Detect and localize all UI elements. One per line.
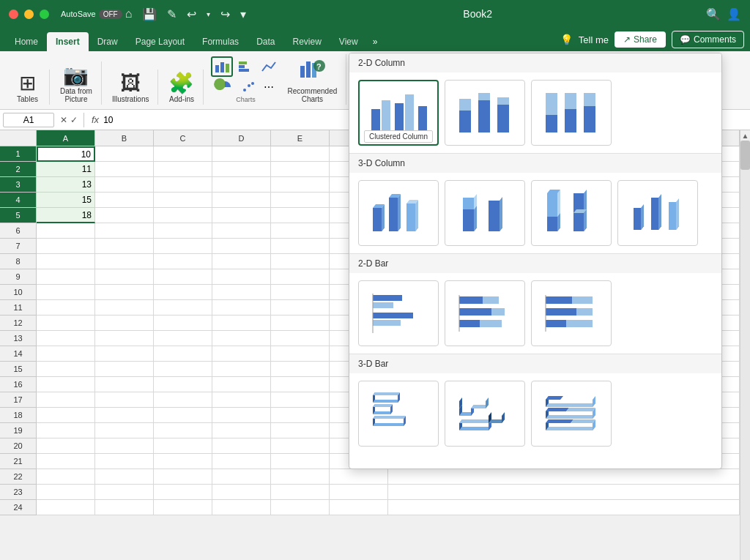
- cell-e1[interactable]: [271, 146, 330, 162]
- cell-d6[interactable]: [212, 223, 271, 239]
- tab-review[interactable]: Review: [283, 32, 330, 51]
- cell-a5[interactable]: 18: [37, 208, 95, 223]
- tab-page-layout[interactable]: Page Layout: [127, 32, 193, 51]
- row-header-11[interactable]: 11: [0, 300, 37, 316]
- chart-stacked-column-3d[interactable]: 3-D Stacked Column: [445, 180, 525, 246]
- name-box[interactable]: [3, 113, 54, 127]
- row-header-2[interactable]: 2: [0, 162, 37, 177]
- cancel-formula-icon[interactable]: ✕: [60, 115, 67, 125]
- col-header-c[interactable]: C: [154, 130, 212, 146]
- scroll-thumb[interactable]: [740, 141, 750, 170]
- cell-e6[interactable]: [271, 223, 330, 239]
- column-chart-button[interactable]: [211, 56, 233, 77]
- account-icon[interactable]: 👤: [727, 7, 741, 21]
- cell-b4[interactable]: [95, 193, 154, 208]
- row-header-23[interactable]: 23: [0, 485, 37, 500]
- cell-c5[interactable]: [154, 208, 212, 223]
- row-header-24[interactable]: 24: [0, 500, 37, 515]
- chart-100stacked-bar-2d[interactable]: 100% Stacked Bar: [531, 280, 612, 346]
- chart-100stacked-column-2d[interactable]: 100% Stacked Column: [531, 80, 612, 146]
- cell-b1[interactable]: [95, 146, 154, 162]
- row-header-15[interactable]: 15: [0, 362, 37, 377]
- row-header-12[interactable]: 12: [0, 316, 37, 331]
- cell-e5[interactable]: [271, 208, 330, 223]
- cell-e2[interactable]: [271, 162, 330, 177]
- comments-button[interactable]: 💬 Comments: [672, 31, 744, 48]
- cell-c3[interactable]: [154, 177, 212, 193]
- cell-c4[interactable]: [154, 193, 212, 208]
- chart-100stacked-column-3d[interactable]: 3-D 100% Stacked Column: [531, 180, 612, 246]
- cell-a4[interactable]: 15: [37, 193, 95, 208]
- illustrations-button[interactable]: 🖼 Illustrations: [109, 70, 152, 105]
- undo-dropdown-icon[interactable]: ▾: [204, 9, 213, 20]
- addins-button[interactable]: 🧩 Add-ins: [166, 70, 197, 105]
- row-header-18[interactable]: 18: [0, 408, 37, 423]
- cell-d1[interactable]: [212, 146, 271, 162]
- row-header-21[interactable]: 21: [0, 454, 37, 469]
- row-header-10[interactable]: 10: [0, 285, 37, 300]
- scroll-up-arrow[interactable]: ▲: [740, 130, 750, 141]
- search-icon[interactable]: 🔍: [706, 7, 721, 21]
- cell-c2[interactable]: [154, 162, 212, 177]
- vertical-scrollbar[interactable]: ▲ ▼: [740, 130, 750, 560]
- row-header-7[interactable]: 7: [0, 239, 37, 254]
- chart-3d-column[interactable]: 3-D Column: [617, 180, 698, 246]
- row-header-6[interactable]: 6: [0, 223, 37, 239]
- confirm-formula-icon[interactable]: ✓: [70, 115, 78, 125]
- cell-a6[interactable]: [37, 223, 95, 239]
- row-header-14[interactable]: 14: [0, 346, 37, 362]
- row-header-5[interactable]: 5: [0, 208, 37, 223]
- chart-stacked-bar-2d[interactable]: Stacked Bar: [445, 280, 525, 346]
- tab-view[interactable]: View: [330, 32, 367, 51]
- chart-clustered-column-3d[interactable]: 3-D Clustered Column: [358, 180, 439, 246]
- chart-clustered-bar-3d[interactable]: 3-D Clustered Bar: [358, 381, 439, 447]
- save-icon[interactable]: 💾: [139, 6, 160, 23]
- row-header-20[interactable]: 20: [0, 438, 37, 454]
- cell-e3[interactable]: [271, 177, 330, 193]
- maximize-button[interactable]: [40, 10, 49, 19]
- col-header-d[interactable]: D: [212, 130, 271, 146]
- chart-clustered-column-2d[interactable]: Clustered Column: [358, 80, 439, 146]
- close-button[interactable]: [9, 10, 18, 19]
- cell-a3[interactable]: 13: [37, 177, 95, 193]
- cell-e4[interactable]: [271, 193, 330, 208]
- cell-b3[interactable]: [95, 177, 154, 193]
- share-button[interactable]: ↗ Share: [615, 31, 666, 48]
- row-header-8[interactable]: 8: [0, 254, 37, 269]
- row-header-1[interactable]: 1: [0, 146, 37, 162]
- row-header-13[interactable]: 13: [0, 331, 37, 346]
- cell-a2[interactable]: 11: [37, 162, 95, 177]
- chart-stacked-bar-3d[interactable]: 3-D Stacked Bar: [445, 381, 525, 447]
- row-header-22[interactable]: 22: [0, 469, 37, 485]
- scroll-track[interactable]: [740, 141, 750, 560]
- cell-a1[interactable]: 10: [37, 146, 95, 162]
- more-tabs-icon[interactable]: »: [367, 32, 384, 51]
- line-chart-button[interactable]: [258, 56, 280, 77]
- chart-100stacked-bar-3d[interactable]: 3-D 100% Stacked Bar: [531, 381, 612, 447]
- cell-d3[interactable]: [212, 177, 271, 193]
- row-header-3[interactable]: 3: [0, 177, 37, 193]
- tab-data[interactable]: Data: [248, 32, 283, 51]
- redo-icon[interactable]: ↪: [218, 6, 233, 23]
- tables-button[interactable]: ⊞ Tables: [13, 70, 42, 105]
- pie-chart-button[interactable]: [214, 78, 236, 96]
- cell-d4[interactable]: [212, 193, 271, 208]
- bar-chart-button[interactable]: [234, 56, 256, 77]
- lightbulb-icon[interactable]: 💡: [560, 34, 573, 45]
- cell-b5[interactable]: [95, 208, 154, 223]
- row-header-4[interactable]: 4: [0, 193, 37, 208]
- row-header-19[interactable]: 19: [0, 423, 37, 438]
- row-header-17[interactable]: 17: [0, 392, 37, 408]
- cell-c6[interactable]: [154, 223, 212, 239]
- cell-b2[interactable]: [95, 162, 154, 177]
- more-tools-icon[interactable]: ▾: [237, 6, 249, 23]
- tab-home[interactable]: Home: [6, 32, 47, 51]
- cell-b6[interactable]: [95, 223, 154, 239]
- row-header-9[interactable]: 9: [0, 269, 37, 285]
- col-header-a[interactable]: A: [37, 130, 95, 146]
- col-header-e[interactable]: E: [271, 130, 330, 146]
- home-icon[interactable]: ⌂: [122, 6, 135, 22]
- cell-d2[interactable]: [212, 162, 271, 177]
- data-from-picture-button[interactable]: 📷 Data from Picture: [57, 61, 95, 105]
- undo-icon[interactable]: ↩: [184, 6, 199, 23]
